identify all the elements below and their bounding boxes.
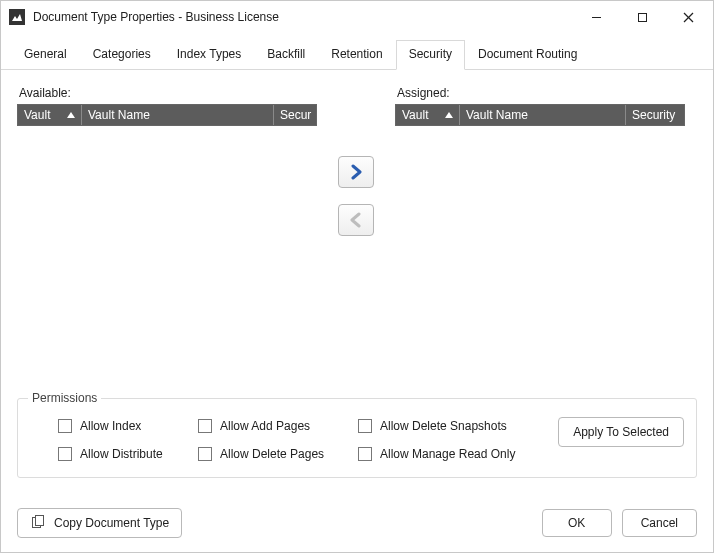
copy-document-type-button[interactable]: Copy Document Type — [17, 508, 182, 538]
assigned-grid: Vault Vault Name Security — [395, 104, 685, 126]
tabbar: General Categories Index Types Backfill … — [1, 33, 713, 70]
allow-delete-snapshots-checkbox[interactable]: Allow Delete Snapshots — [358, 419, 558, 433]
tab-document-routing[interactable]: Document Routing — [465, 40, 590, 70]
assigned-col-security[interactable]: Security — [626, 105, 684, 125]
cancel-button[interactable]: Cancel — [622, 509, 697, 537]
tab-security[interactable]: Security — [396, 40, 465, 70]
available-col-name[interactable]: Vault Name — [82, 105, 274, 125]
svg-rect-1 — [638, 13, 646, 21]
available-title: Available: — [17, 86, 317, 100]
assign-right-button[interactable] — [338, 156, 374, 188]
available-panel: Available: Vault Vault Name Secur 1TW-St… — [17, 86, 317, 126]
tab-index-types[interactable]: Index Types — [164, 40, 255, 70]
copy-icon — [30, 515, 46, 531]
assign-buttons — [333, 156, 379, 236]
permissions-group: Permissions Allow Index Allow Add Pages … — [17, 398, 697, 478]
minimize-button[interactable] — [573, 2, 619, 32]
tab-general[interactable]: General — [11, 40, 80, 70]
ok-button[interactable]: OK — [542, 509, 612, 537]
assigned-grid-header: Vault Vault Name Security — [396, 105, 684, 125]
assigned-title: Assigned: — [395, 86, 685, 100]
allow-add-pages-checkbox[interactable]: Allow Add Pages — [198, 419, 358, 433]
titlebar: Document Type Properties - Business Lice… — [1, 1, 713, 33]
allow-manage-read-only-checkbox[interactable]: Allow Manage Read Only — [358, 447, 558, 461]
tab-retention[interactable]: Retention — [318, 40, 395, 70]
available-grid-header: Vault Vault Name Secur — [18, 105, 316, 125]
available-col-security[interactable]: Secur — [274, 105, 316, 125]
tab-backfill[interactable]: Backfill — [254, 40, 318, 70]
close-button[interactable] — [665, 2, 711, 32]
permissions-legend: Permissions — [28, 391, 101, 405]
assigned-panel: Assigned: Vault Vault Name Security — [395, 86, 685, 126]
footer: Copy Document Type OK Cancel — [1, 498, 713, 552]
sort-asc-icon — [445, 112, 453, 118]
window: Document Type Properties - Business Lice… — [0, 0, 714, 553]
apply-to-selected-button[interactable]: Apply To Selected — [558, 417, 684, 447]
allow-index-checkbox[interactable]: Allow Index — [58, 419, 198, 433]
tab-categories[interactable]: Categories — [80, 40, 164, 70]
assign-left-button[interactable] — [338, 204, 374, 236]
assigned-col-name[interactable]: Vault Name — [460, 105, 626, 125]
assigned-col-vault[interactable]: Vault — [396, 105, 460, 125]
window-title: Document Type Properties - Business Lice… — [33, 10, 279, 24]
svg-rect-5 — [36, 516, 44, 526]
available-grid: Vault Vault Name Secur 1TW-StagingSage D… — [17, 104, 317, 126]
maximize-button[interactable] — [619, 2, 665, 32]
tab-body: Available: Vault Vault Name Secur 1TW-St… — [1, 70, 713, 498]
allow-distribute-checkbox[interactable]: Allow Distribute — [58, 447, 198, 461]
app-icon — [9, 9, 25, 25]
sort-asc-icon — [67, 112, 75, 118]
allow-delete-pages-checkbox[interactable]: Allow Delete Pages — [198, 447, 358, 461]
available-col-vault[interactable]: Vault — [18, 105, 82, 125]
